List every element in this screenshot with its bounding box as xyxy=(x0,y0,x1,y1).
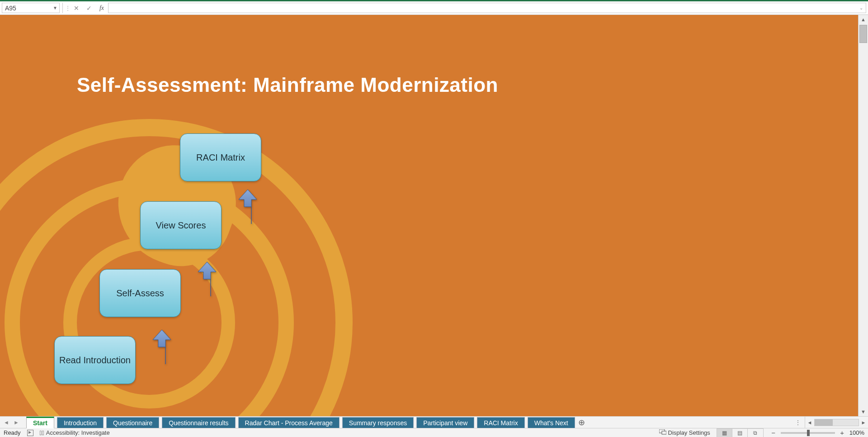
sheet-tab-label: What's Next xyxy=(534,419,568,427)
separator xyxy=(62,3,63,13)
step-raci-matrix-button[interactable]: RACI Matrix xyxy=(180,133,261,181)
tab-options-button[interactable]: ⋮ xyxy=(791,417,805,428)
sheet-tab-introduction[interactable]: Introduction xyxy=(57,417,104,428)
chevron-down-icon[interactable]: ▼ xyxy=(53,5,57,10)
sheet-tab-label: Start xyxy=(33,419,47,427)
tab-next-button[interactable]: ► xyxy=(14,419,19,426)
check-icon: ✓ xyxy=(86,5,92,12)
view-page-layout-button[interactable]: ▤ xyxy=(732,429,748,437)
zoom-slider[interactable] xyxy=(781,432,835,434)
arrow-up-icon xyxy=(190,261,219,297)
page-title: Self-Assessment: Mainframe Modernization xyxy=(77,74,498,96)
sheet-tab-raci-matrix[interactable]: RACI Matrix xyxy=(477,417,524,428)
scroll-thumb[interactable] xyxy=(859,25,867,43)
zoom-in-button[interactable]: + xyxy=(839,429,846,437)
sheet-tab-label: Participant view xyxy=(423,419,467,427)
accessibility-status[interactable]: ✚⃝ Accessibility: Investigate xyxy=(40,429,110,437)
macro-icon xyxy=(27,430,33,436)
grid-icon: ▦ xyxy=(722,430,727,436)
zoom-control: − + 100% xyxy=(770,429,864,437)
confirm-formula-button[interactable]: ✓ xyxy=(83,1,95,14)
sheet-tab-radar-chart-process-average[interactable]: Radar Chart - Process Average xyxy=(238,417,340,428)
sheet-tab-questionnaire-results[interactable]: Questionnaire results xyxy=(162,417,235,428)
fx-icon: fx xyxy=(99,5,104,12)
add-sheet-button[interactable]: ⊕ xyxy=(575,417,589,428)
worksheet-area: Self-Assessment: Mainframe Modernization… xyxy=(0,15,868,416)
sheet-tab-summary-responses[interactable]: Summary responses xyxy=(342,417,414,428)
display-settings-button[interactable]: Display Settings xyxy=(659,429,710,436)
name-box[interactable]: A95 ▼ xyxy=(2,3,60,13)
sheet-tab-label: Questionnaire results xyxy=(169,419,228,427)
sheet-tabs-bar: ◄ ► StartIntroductionQuestionnaireQuesti… xyxy=(0,416,868,428)
accessibility-label: Accessibility: Investigate xyxy=(46,429,110,436)
zoom-level: 100% xyxy=(849,429,864,436)
tab-prev-button[interactable]: ◄ xyxy=(4,419,9,426)
step-label: Read Introduction xyxy=(59,355,131,366)
sheet-tab-label: Introduction xyxy=(64,419,97,427)
step-read-introduction-button[interactable]: Read Introduction xyxy=(54,336,136,384)
sheet-tab-questionnaire[interactable]: Questionnaire xyxy=(106,417,159,428)
sheet-tab-label: Radar Chart - Process Average xyxy=(245,419,333,427)
status-bar: Ready ✚⃝ Accessibility: Investigate Disp… xyxy=(0,428,868,437)
vertical-scrollbar[interactable]: ▲ ▼ xyxy=(858,15,868,416)
macro-record-button[interactable] xyxy=(27,430,33,436)
cancel-formula-button[interactable]: ✕ xyxy=(70,1,83,14)
insert-function-button[interactable]: fx xyxy=(95,1,108,14)
sheet-tabs: StartIntroductionQuestionnaireQuestionna… xyxy=(23,417,575,428)
formula-input[interactable]: ⌄ xyxy=(108,3,866,13)
scroll-up-button[interactable]: ▲ xyxy=(859,15,868,24)
scroll-track[interactable] xyxy=(814,419,859,426)
sheet-tab-label: Questionnaire xyxy=(113,419,152,427)
worksheet-canvas[interactable]: Self-Assessment: Mainframe Modernization… xyxy=(0,15,858,416)
accessibility-icon: ✚⃝ xyxy=(40,429,44,437)
scroll-right-button[interactable]: ► xyxy=(859,420,868,425)
step-view-scores-button[interactable]: View Scores xyxy=(140,201,222,249)
chevron-down-icon[interactable]: ⌄ xyxy=(859,5,863,10)
monitor-icon xyxy=(659,429,666,436)
step-label: Self-Assess xyxy=(116,288,164,299)
step-label: View Scores xyxy=(156,220,206,231)
name-box-value: A95 xyxy=(5,5,16,12)
scroll-down-button[interactable]: ▼ xyxy=(859,407,868,416)
horizontal-scrollbar[interactable]: ◄ ► xyxy=(805,417,868,428)
spacer xyxy=(589,417,791,428)
display-settings-label: Display Settings xyxy=(668,429,710,436)
step-self-assess-button[interactable]: Self-Assess xyxy=(99,269,181,317)
view-page-break-button[interactable]: ⧉ xyxy=(748,429,763,437)
drag-handle-icon[interactable]: ⋮ xyxy=(66,1,70,14)
status-ready: Ready xyxy=(4,429,21,436)
arrow-up-icon xyxy=(231,189,259,225)
svg-rect-1 xyxy=(662,431,666,434)
zoom-knob[interactable] xyxy=(807,430,810,436)
tab-nav: ◄ ► xyxy=(0,417,23,428)
scroll-thumb[interactable] xyxy=(815,419,833,426)
formula-bar: A95 ▼ ⋮ ✕ ✓ fx ⌄ xyxy=(0,1,868,15)
pagebreak-icon: ⧉ xyxy=(753,430,757,436)
sheet-tab-label: RACI Matrix xyxy=(484,419,518,427)
sheet-tab-label: Summary responses xyxy=(349,419,407,427)
arrow-up-icon xyxy=(145,329,174,365)
view-mode-buttons: ▦ ▤ ⧉ xyxy=(717,428,764,437)
sheet-tab-what-s-next[interactable]: What's Next xyxy=(528,417,575,428)
zoom-out-button[interactable]: − xyxy=(770,429,777,437)
view-normal-button[interactable]: ▦ xyxy=(717,429,732,437)
step-label: RACI Matrix xyxy=(196,152,245,163)
scroll-left-button[interactable]: ◄ xyxy=(805,420,814,425)
sheet-tab-start[interactable]: Start xyxy=(26,417,54,428)
page-icon: ▤ xyxy=(737,430,742,436)
x-icon: ✕ xyxy=(74,5,79,12)
sheet-tab-participant-view[interactable]: Participant view xyxy=(416,417,474,428)
